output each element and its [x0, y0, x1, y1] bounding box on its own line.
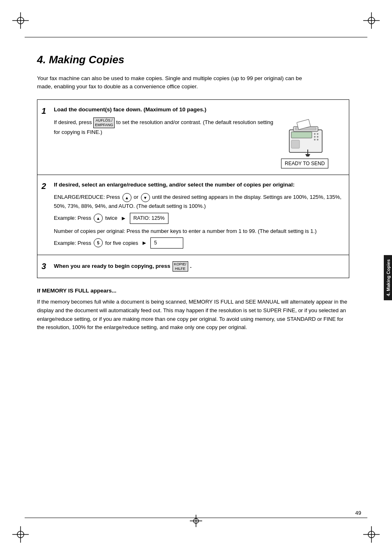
arrow-2: ►	[141, 239, 147, 247]
step-3-title-end: .	[190, 263, 192, 270]
svg-point-19	[314, 133, 316, 135]
step-1-text: If desired, press AUFLÖS./EMPFANG to set…	[54, 117, 277, 136]
example1-prefix: Example: Press	[54, 214, 91, 222]
example1-mid: twice	[105, 214, 118, 222]
center-bottom-mark	[190, 515, 202, 528]
step-1-image-area: READY TO SEND	[281, 117, 343, 168]
up-button-1[interactable]: ▲	[122, 193, 131, 202]
rule-top	[25, 37, 367, 37]
memory-full-body: If the memory becomes full while a docum…	[37, 298, 349, 332]
svg-point-24	[317, 139, 318, 140]
step-3-inline: When you are ready to begin copying, pre…	[54, 261, 343, 272]
step-3-content: When you are ready to begin copying, pre…	[54, 261, 343, 272]
example-2-line: Example: Press 5 for five copies ► 5	[54, 237, 343, 249]
memory-full-section: If MEMORY IS FULL appears... If the memo…	[37, 282, 349, 336]
svg-point-22	[317, 136, 318, 138]
memory-full-title: If MEMORY IS FULL appears...	[37, 286, 349, 295]
step-3-title: When you are ready to begin copying, pre…	[54, 263, 171, 270]
step-1-number: 1	[42, 107, 50, 115]
main-content: 4. Making Copies Your fax machine can al…	[37, 41, 367, 514]
enlarge-or: or	[134, 194, 138, 200]
ready-to-send-display: READY TO SEND	[281, 159, 328, 168]
step-1-inner: If desired, press AUFLÖS./EMPFANG to set…	[54, 117, 343, 168]
svg-rect-18	[291, 132, 312, 138]
step-2-body: ENLARGE/REDUCE: Press ▲ or ▼ until the d…	[54, 193, 343, 249]
copies-display: 5	[150, 237, 183, 249]
svg-point-20	[317, 133, 318, 135]
step-1-title: Load the document(s) face down. (Maximum…	[54, 106, 343, 114]
arrow-1: ►	[121, 214, 127, 223]
corner-mark-br	[363, 526, 380, 543]
step-2-content: If desired, select an enlarge/reduce set…	[54, 181, 343, 248]
aufloes-empfang-button[interactable]: AUFLÖS./EMPFANG	[93, 117, 115, 128]
five-button[interactable]: 5	[94, 238, 103, 247]
step-1-content: Load the document(s) face down. (Maximum…	[54, 106, 343, 169]
example2-mid: for five copies	[105, 239, 138, 247]
step-1-body: If desired, press AUFLÖS./EMPFANG to set…	[54, 117, 277, 136]
side-tab: 4. Making Copies	[384, 255, 392, 300]
corner-mark-bl	[12, 526, 29, 543]
step-1: 1 Load the document(s) face down. (Maxim…	[37, 100, 349, 175]
copies-text: Number of copies per original: Press the…	[54, 227, 343, 235]
kopie-hilfe-button[interactable]: KOPIE/HILFE	[173, 261, 188, 272]
intro-text: Your fax machine can also be used to mak…	[37, 74, 316, 91]
step-3: 3 When you are ready to begin copying, p…	[37, 255, 349, 278]
step-2: 2 If desired, select an enlarge/reduce s…	[37, 175, 349, 255]
step-1-body-intro: If desired, press	[54, 120, 92, 126]
step-3-number: 3	[42, 262, 50, 270]
fax-illustration	[281, 117, 334, 157]
step-2-number: 2	[42, 182, 50, 190]
down-button-1[interactable]: ▼	[141, 193, 150, 202]
svg-point-23	[314, 139, 316, 140]
page-title: 4. Making Copies	[37, 53, 367, 66]
ratio-display: RATIO: 125%	[130, 213, 168, 224]
step-2-title: If desired, select an enlarge/reduce set…	[54, 181, 343, 189]
svg-rect-25	[291, 140, 300, 148]
steps-box: 1 Load the document(s) face down. (Maxim…	[37, 99, 349, 279]
example-1-line: Example: Press ▲ twice ► RATIO: 125%	[54, 213, 343, 224]
svg-point-21	[314, 136, 316, 138]
enlarge-text-prefix: ENLARGE/REDUCE: Press	[54, 194, 120, 200]
example2-prefix: Example: Press	[54, 239, 91, 247]
corner-mark-tr	[363, 12, 380, 29]
corner-mark-tl	[12, 12, 29, 29]
up-button-2[interactable]: ▲	[94, 214, 103, 223]
